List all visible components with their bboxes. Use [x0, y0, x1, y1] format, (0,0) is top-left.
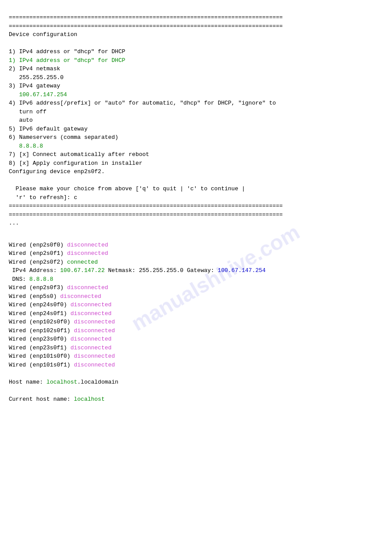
config-item-2-label: 2) IPv4 netmask: [9, 65, 383, 73]
wired-enp2s0f1: Wired (enp2s0f1) disconnected: [9, 249, 383, 258]
separator-line-1: ========================================…: [9, 13, 383, 22]
wired-enp2s0f0: Wired (enp2s0f0) disconnected: [9, 241, 383, 250]
separator-line-2: ========================================…: [9, 22, 383, 31]
config-item-4-label: 4) IPv6 address[/prefix] or "auto" for a…: [9, 99, 383, 108]
wired-enp101s0f1: Wired (enp101s0f1) disconnected: [9, 361, 383, 370]
config-item-4-value: auto: [9, 116, 383, 125]
config-item-1-label: 1) IPv4 address or "dhcp" for DHCP: [9, 47, 383, 56]
wired-enp102s0f0: Wired (enp102s0f0) disconnected: [9, 318, 383, 326]
separator-line-3: ========================================…: [9, 202, 383, 210]
config-item-6-value: 8.8.8.8: [9, 142, 383, 151]
wired-enp24s0f1: Wired (enp24s0f1) disconnected: [9, 309, 383, 318]
blank-line-2: [9, 176, 383, 185]
config-item-3-label: 3) IPv4 gateway: [9, 82, 383, 91]
wired-enp5s0: Wired (enp5s0) disconnected: [9, 292, 383, 301]
configuring-device: Configuring device enp2s0f2.: [9, 167, 383, 176]
wired-enp23s0f1: Wired (enp23s0f1) disconnected: [9, 344, 383, 352]
wired-enp101s0f0: Wired (enp101s0f0) disconnected: [9, 352, 383, 361]
wired-enp23s0f0: Wired (enp23s0f0) disconnected: [9, 335, 383, 344]
config-item-2-value: 255.255.255.0: [9, 73, 383, 82]
choice-prompt-1: Please make your choice from above ['q' …: [9, 185, 383, 193]
blank-line-3: [9, 369, 383, 378]
wired-enp102s0f1: Wired (enp102s0f1) disconnected: [9, 326, 383, 335]
device-config-block: ========================================…: [9, 13, 383, 228]
choice-prompt-2: 'r' to refresh]: c: [9, 193, 383, 202]
config-item-5-label: 5) IPv6 default gateway: [9, 125, 383, 134]
truncated-line: ...: [9, 219, 383, 228]
wired-enp2s0f2: Wired (enp2s0f2) connected: [9, 258, 383, 267]
device-config-title: Device configuration: [9, 30, 383, 39]
blank-line-1: [9, 39, 383, 48]
wired-enp2s0f3: Wired (enp2s0f3) disconnected: [9, 283, 383, 292]
current-hostname-line: Current host name: localhost: [9, 395, 383, 404]
wired-enp24s0f0: Wired (enp24s0f0) disconnected: [9, 301, 383, 309]
config-item-3-value: 100.67.147.254: [9, 91, 383, 99]
config-item-1-value: 1) IPv4 address or "dhcp" for DHCP: [9, 56, 383, 65]
ipv4-info: IPv4 Address: 100.67.147.22 Netmask: 255…: [9, 266, 383, 275]
separator-line-4: ========================================…: [9, 210, 383, 219]
network-status-block: Wired (enp2s0f0) disconnected Wired (enp…: [9, 241, 383, 404]
dns-info: DNS: 8.8.8.8: [9, 275, 383, 284]
hostname-line: Host name: localhost.localdomain: [9, 378, 383, 387]
blank-line-4: [9, 386, 383, 395]
config-item-7-label: 7) [x] Connect automatically after reboo…: [9, 150, 383, 159]
config-item-6-label: 6) Nameservers (comma separated): [9, 133, 383, 142]
config-item-8-label: 8) [x] Apply configuration in installer: [9, 159, 383, 168]
config-item-4-label-cont: turn off: [9, 108, 383, 116]
